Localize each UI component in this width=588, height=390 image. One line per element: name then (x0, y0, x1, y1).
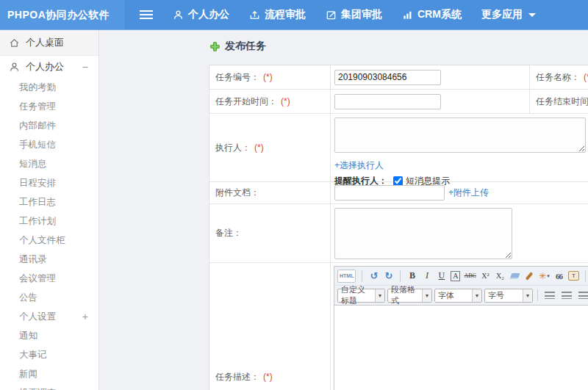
eraser-icon[interactable] (509, 270, 520, 283)
nav-label: CRM系统 (417, 8, 462, 21)
app-logo: PHPOA协同办公软件 (0, 0, 125, 29)
caret-down-icon: ▾ (547, 273, 550, 279)
strikethrough-button[interactable]: ABC (464, 270, 476, 283)
attachment-label: 附件文档： (215, 187, 259, 199)
required-mark: (*) (263, 72, 273, 82)
sidebar-item-label: 个人设置 (19, 311, 56, 323)
sidebar-item-task-management[interactable]: 任务管理 (0, 97, 98, 116)
sidebar-item-vote-survey[interactable]: 投票调查 (0, 383, 98, 390)
sidebar-item-label: 个人桌面 (26, 36, 64, 49)
sidebar-item-label: 内部邮件 (19, 120, 56, 132)
top-nav: 个人办公 流程审批 集团审批 CRM系统 更多应用 (173, 0, 536, 29)
align-right-icon[interactable] (578, 292, 588, 299)
form-row-attachment: 附件文档： +附件上传 (209, 182, 588, 204)
form-row-task-no: 任务编号： (*) 任务名称： (*) (209, 65, 588, 90)
remark-textarea[interactable] (334, 208, 512, 259)
nav-more-apps[interactable]: 更多应用 (481, 8, 536, 21)
paste-from-word-icon[interactable]: T (568, 270, 579, 283)
toolbar-separator (400, 270, 401, 282)
toolbar-separator (362, 270, 362, 282)
sidebar-item-label: 投票调查 (19, 387, 56, 390)
nav-label: 集团审批 (341, 8, 382, 21)
subscript-button[interactable]: X₂ (495, 270, 506, 283)
attachment-input[interactable] (334, 185, 445, 201)
top-bar: PHPOA协同办公软件 个人办公 流程审批 集团审批 CRM系统 (0, 0, 588, 30)
hamburger-menu-icon[interactable] (140, 10, 153, 19)
sidebar-item-label: 日程安排 (19, 177, 56, 189)
html-source-button[interactable]: HTML (337, 270, 356, 283)
custom-title-dropdown[interactable]: 自定义标题 ▼ (337, 289, 385, 303)
redo-icon[interactable]: ↻ (383, 270, 394, 283)
caret-down-icon (528, 13, 536, 17)
font-frame-button[interactable]: A (451, 271, 460, 281)
sidebar-item-announcement[interactable]: 公告 (0, 288, 98, 307)
sidebar-item-personal-desktop[interactable]: 个人桌面 (0, 30, 98, 56)
sidebar-item-contacts[interactable]: 通讯录 (0, 250, 98, 269)
align-center-icon[interactable] (562, 292, 572, 299)
sidebar-item-label: 个人办公 (26, 60, 64, 73)
end-time-label: 任务结束时间： (536, 95, 588, 108)
superscript-button[interactable]: X² (480, 270, 491, 283)
form-row-description: 任务描述： (*) HTML ↺ ↻ B I U A ABC (209, 263, 588, 390)
start-time-input[interactable] (334, 94, 441, 109)
sidebar-item-label: 公告 (19, 292, 37, 304)
task-no-input[interactable] (334, 70, 441, 85)
executor-label: 执行人： (215, 142, 251, 154)
sidebar-item-label: 我的考勤 (19, 82, 56, 94)
italic-button[interactable]: I (421, 270, 432, 283)
sidebar-item-label: 大事记 (19, 349, 47, 361)
nav-group-approval[interactable]: 集团审批 (326, 8, 382, 21)
sidebar-item-meeting-management[interactable]: 会议管理 (0, 269, 98, 288)
executor-textarea[interactable] (334, 118, 586, 153)
nav-personal-office[interactable]: 个人办公 (173, 8, 229, 21)
format-brush-icon[interactable] (524, 270, 535, 283)
font-family-dropdown[interactable]: 字体 ▼ (434, 289, 482, 303)
home-icon (9, 37, 20, 48)
page-title-text: 发布任务 (225, 40, 266, 53)
task-no-label: 任务编号： (215, 71, 259, 84)
caret-down-icon: ▼ (422, 289, 431, 302)
sidebar-item-news[interactable]: 新闻 (0, 364, 98, 383)
toolbar-separator (585, 270, 586, 282)
underline-button[interactable]: U (436, 270, 447, 283)
sidebar-item-work-plan[interactable]: 工作计划 (0, 212, 98, 231)
sidebar-item-label: 手机短信 (19, 139, 56, 151)
sidebar-item-notice[interactable]: 通知 (0, 326, 98, 345)
editor-content-area[interactable] (334, 305, 588, 390)
editor-toolbar-row1: HTML ↺ ↻ B I U A ABC X² X₂ ✳ (334, 267, 588, 285)
choose-executor-link[interactable]: +选择执行人 (334, 159, 588, 172)
align-left-icon[interactable] (545, 292, 555, 299)
sidebar-item-label: 工作日志 (19, 196, 56, 209)
paragraph-format-dropdown[interactable]: 段落格式 ▼ (387, 289, 432, 303)
nav-crm-system[interactable]: CRM系统 (402, 8, 462, 21)
nav-label: 个人办公 (188, 8, 229, 21)
sidebar-item-personal-settings[interactable]: 个人设置 + (0, 307, 98, 326)
insert-wand-icon[interactable]: ✳▾ (539, 270, 550, 283)
form-row-times: 任务开始时间： (*) 任务结束时间： (*) (209, 90, 588, 114)
required-mark: (*) (254, 142, 264, 153)
sidebar-item-label: 短消息 (19, 158, 47, 170)
bar-chart-icon (402, 10, 413, 21)
sidebar-item-schedule[interactable]: 日程安排 (0, 173, 98, 192)
sidebar-item-work-log[interactable]: 工作日志 (0, 192, 98, 212)
edit-square-icon (326, 10, 337, 21)
required-mark: (*) (281, 96, 290, 106)
nav-label: 流程审批 (265, 8, 306, 21)
sidebar-item-short-message[interactable]: 短消息 (0, 154, 98, 173)
sidebar-item-my-attendance[interactable]: 我的考勤 (0, 78, 98, 97)
bold-button[interactable]: B (406, 270, 417, 283)
sidebar-item-internal-mail[interactable]: 内部邮件 (0, 116, 98, 135)
sidebar-item-mobile-sms[interactable]: 手机短信 (0, 135, 98, 154)
blockquote-button[interactable]: 66 (553, 270, 564, 283)
sidebar-item-personal-office[interactable]: 个人办公 − (0, 56, 98, 78)
sidebar-item-personal-files[interactable]: 个人文件柜 (0, 231, 98, 250)
collapse-icon[interactable]: − (82, 62, 88, 72)
attachment-upload-link[interactable]: +附件上传 (448, 187, 489, 199)
sidebar-item-label: 工作计划 (19, 215, 56, 228)
nav-process-approval[interactable]: 流程审批 (249, 8, 306, 21)
remark-label: 备注： (215, 227, 242, 239)
undo-icon[interactable]: ↺ (368, 270, 379, 283)
expand-icon[interactable]: + (82, 311, 88, 322)
font-size-dropdown[interactable]: 字号 ▼ (484, 289, 533, 303)
sidebar-item-milestones[interactable]: 大事记 (0, 345, 98, 364)
